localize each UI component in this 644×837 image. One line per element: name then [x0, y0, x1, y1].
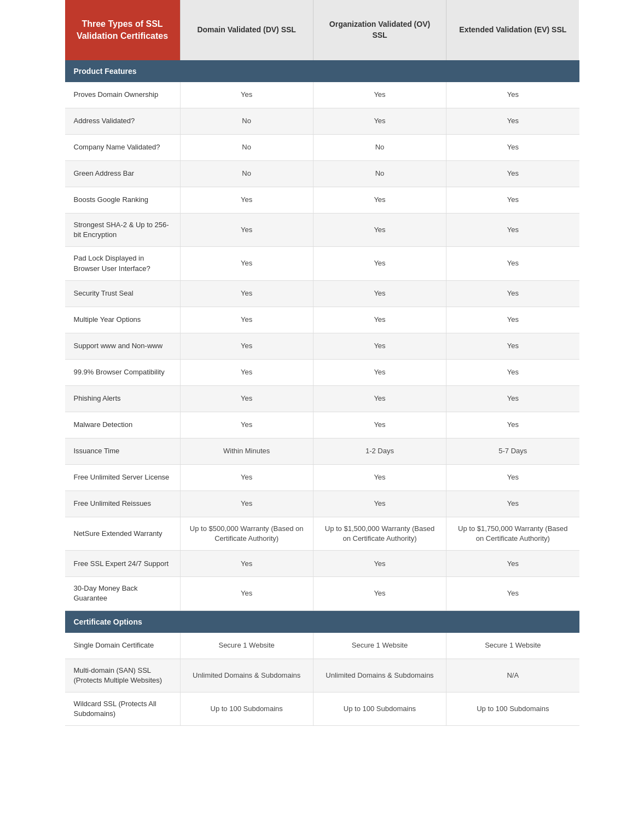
col-dv-header: Domain Validated (DV) SSL [180, 0, 313, 60]
table-row: Security Trust SealYesYesYes [65, 281, 579, 307]
row-value-ov: Secure 1 Website [313, 633, 446, 659]
row-value-ov: Yes [313, 333, 446, 359]
table-row: Company Name Validated?NoNoYes [65, 135, 579, 161]
row-value-dv: Yes [180, 386, 313, 412]
table-row: 99.9% Browser CompatibilityYesYesYes [65, 360, 579, 386]
table-row: NetSure Extended WarrantyUp to $500,000 … [65, 517, 579, 551]
row-label: Single Domain Certificate [65, 633, 180, 659]
row-value-ev: Yes [446, 281, 579, 307]
row-label: 30-Day Money Back Guarantee [65, 577, 180, 610]
table-row: Multiple Year OptionsYesYesYes [65, 307, 579, 333]
row-value-dv: Yes [180, 307, 313, 333]
row-value-ov: Up to $1,500,000 Warranty (Based on Cert… [313, 517, 446, 550]
row-value-dv: No [180, 108, 313, 134]
row-label: Company Name Validated? [65, 135, 180, 160]
row-label: Boosts Google Ranking [65, 187, 180, 213]
section-header-0: Product Features [65, 60, 579, 82]
table-row: Green Address BarNoNoYes [65, 161, 579, 187]
row-label: Malware Detection [65, 412, 180, 438]
row-label: Free Unlimited Reissues [65, 491, 180, 517]
row-value-ev: 5-7 Days [446, 438, 579, 464]
row-label: Strongest SHA-2 & Up to 256-bit Encrypti… [65, 213, 180, 246]
table-row: Boosts Google RankingYesYesYes [65, 187, 579, 213]
row-value-ev: Yes [446, 491, 579, 517]
row-value-dv: No [180, 161, 313, 187]
section-title-1: Certificate Options [65, 611, 579, 633]
row-label: 99.9% Browser Compatibility [65, 360, 180, 385]
row-value-dv: Yes [180, 491, 313, 517]
row-label: Free SSL Expert 24/7 Support [65, 551, 180, 576]
table-row: Address Validated?NoYesYes [65, 108, 579, 135]
row-label: Wildcard SSL (Protects All Subdomains) [65, 692, 180, 725]
row-value-dv: Yes [180, 213, 313, 246]
row-label: Green Address Bar [65, 161, 180, 187]
table-row: Issuance TimeWithin Minutes1-2 Days5-7 D… [65, 438, 579, 465]
row-value-ev: Yes [446, 465, 579, 490]
row-value-ev: Yes [446, 187, 579, 213]
row-label: Proves Domain Ownership [65, 82, 180, 108]
row-value-ov: Yes [313, 465, 446, 490]
row-value-ev: Secure 1 Website [446, 633, 579, 659]
row-label: Support www and Non-www [65, 333, 180, 359]
sections-container: Product FeaturesProves Domain OwnershipY… [65, 60, 579, 726]
row-value-ev: Yes [446, 412, 579, 438]
table-row: Support www and Non-wwwYesYesYes [65, 333, 579, 360]
row-value-dv: Yes [180, 187, 313, 213]
row-label: NetSure Extended Warranty [65, 517, 180, 550]
row-value-ov: Yes [313, 213, 446, 246]
row-value-ov: Yes [313, 247, 446, 280]
row-value-dv: Up to 100 Subdomains [180, 692, 313, 725]
row-value-ov: Up to 100 Subdomains [313, 692, 446, 725]
row-value-dv: Yes [180, 577, 313, 610]
row-label: Security Trust Seal [65, 281, 180, 307]
col-ov-header: Organization Validated (OV) SSL [313, 0, 446, 60]
row-value-dv: Yes [180, 360, 313, 385]
row-value-ev: Yes [446, 551, 579, 576]
row-value-ev: Up to 100 Subdomains [446, 692, 579, 725]
row-value-ov: Yes [313, 551, 446, 576]
row-value-dv: Secure 1 Website [180, 633, 313, 659]
table-row: Wildcard SSL (Protects All Subdomains)Up… [65, 692, 579, 726]
row-value-ov: Unlimited Domains & Subdomains [313, 659, 446, 692]
table-header: Three Types of SSL Validation Certificat… [65, 0, 579, 60]
row-value-ov: Yes [313, 360, 446, 385]
table-row: Single Domain CertificateSecure 1 Websit… [65, 633, 579, 659]
row-value-dv: Yes [180, 281, 313, 307]
row-label: Free Unlimited Server License [65, 465, 180, 490]
table-row: Multi-domain (SAN) SSL (Protects Multipl… [65, 659, 579, 692]
table-row: Free SSL Expert 24/7 SupportYesYesYes [65, 551, 579, 577]
row-value-ov: No [313, 135, 446, 160]
row-value-ev: Yes [446, 333, 579, 359]
table-row: Malware DetectionYesYesYes [65, 412, 579, 438]
row-value-ev: Yes [446, 82, 579, 108]
row-value-ev: Yes [446, 577, 579, 610]
row-value-ov: Yes [313, 82, 446, 108]
row-value-dv: Yes [180, 551, 313, 576]
row-label: Phishing Alerts [65, 386, 180, 412]
row-label: Issuance Time [65, 438, 180, 464]
row-value-ev: Up to $1,750,000 Warranty (Based on Cert… [446, 517, 579, 550]
row-value-ov: Yes [313, 577, 446, 610]
section-header-1: Certificate Options [65, 611, 579, 633]
table-row: Proves Domain OwnershipYesYesYes [65, 82, 579, 108]
row-value-dv: Yes [180, 333, 313, 359]
row-label: Multiple Year Options [65, 307, 180, 333]
table-row: Free Unlimited Server LicenseYesYesYes [65, 465, 579, 491]
row-value-dv: Yes [180, 247, 313, 280]
row-value-ev: Yes [446, 386, 579, 412]
row-value-ov: Yes [313, 281, 446, 307]
row-value-ev: Yes [446, 108, 579, 134]
row-value-dv: Within Minutes [180, 438, 313, 464]
table-row: Free Unlimited ReissuesYesYesYes [65, 491, 579, 517]
row-label: Address Validated? [65, 108, 180, 134]
row-value-ev: Yes [446, 307, 579, 333]
row-value-ev: Yes [446, 161, 579, 187]
table-row: Phishing AlertsYesYesYes [65, 386, 579, 412]
table-title: Three Types of SSL Validation Certificat… [65, 0, 180, 60]
row-value-ov: No [313, 161, 446, 187]
row-value-dv: Unlimited Domains & Subdomains [180, 659, 313, 692]
row-label: Multi-domain (SAN) SSL (Protects Multipl… [65, 659, 180, 692]
comparison-table: Three Types of SSL Validation Certificat… [65, 0, 579, 726]
row-value-dv: No [180, 135, 313, 160]
row-value-dv: Yes [180, 412, 313, 438]
